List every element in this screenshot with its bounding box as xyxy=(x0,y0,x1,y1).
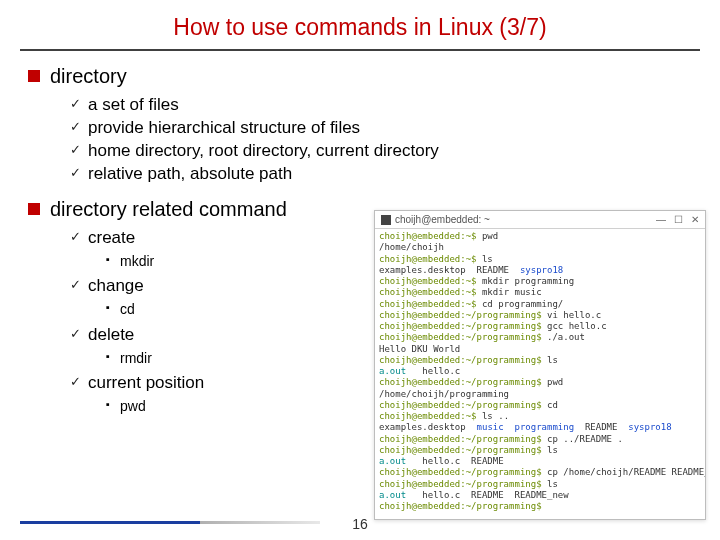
terminal-title: choijh@embedded: ~ xyxy=(395,214,490,225)
list-item: a set of files xyxy=(70,94,692,117)
terminal-window: choijh@embedded: ~ — ☐ ✕ choijh@embedded… xyxy=(374,210,706,520)
page-number: 16 xyxy=(0,516,720,532)
maximize-icon[interactable]: ☐ xyxy=(674,214,683,225)
list-item: provide hierarchical structure of files xyxy=(70,117,692,140)
list-item-label: change xyxy=(88,276,144,295)
title-underline xyxy=(20,49,700,51)
list-item-label: create xyxy=(88,228,135,247)
minimize-icon[interactable]: — xyxy=(656,214,666,225)
section-heading: directory xyxy=(28,65,692,88)
close-icon[interactable]: ✕ xyxy=(691,214,699,225)
terminal-titlebar: choijh@embedded: ~ — ☐ ✕ xyxy=(375,211,705,229)
list-item-label: delete xyxy=(88,325,134,344)
bullet-list: a set of files provide hierarchical stru… xyxy=(28,94,692,186)
list-item-label: current position xyxy=(88,373,204,392)
list-item: relative path, absolute path xyxy=(70,163,692,186)
section-directory: directory a set of files provide hierarc… xyxy=(28,65,692,186)
list-item: home directory, root directory, current … xyxy=(70,140,692,163)
slide-title: How to use commands in Linux (3/7) xyxy=(0,0,720,49)
terminal-body[interactable]: choijh@embedded:~$ pwd /home/choijh choi… xyxy=(375,229,705,519)
terminal-icon xyxy=(381,215,391,225)
